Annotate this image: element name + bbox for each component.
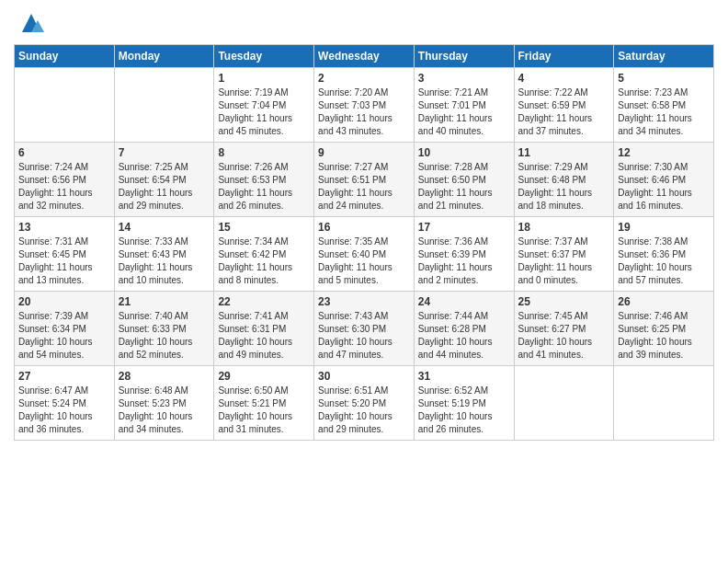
calendar-cell: 8Sunrise: 7:26 AM Sunset: 6:53 PM Daylig… (214, 143, 314, 217)
calendar-cell: 14Sunrise: 7:33 AM Sunset: 6:43 PM Dayli… (114, 217, 214, 292)
cell-info: Sunrise: 7:30 AM Sunset: 6:46 PM Dayligh… (618, 161, 710, 213)
cell-info: Sunrise: 7:39 AM Sunset: 6:34 PM Dayligh… (18, 310, 110, 362)
calendar-cell: 13Sunrise: 7:31 AM Sunset: 6:45 PM Dayli… (15, 217, 115, 292)
day-number: 14 (119, 221, 210, 234)
day-number: 1 (218, 72, 310, 85)
calendar-cell: 20Sunrise: 7:39 AM Sunset: 6:34 PM Dayli… (15, 292, 115, 366)
calendar-cell: 23Sunrise: 7:43 AM Sunset: 6:30 PM Dayli… (314, 292, 415, 366)
calendar-cell: 17Sunrise: 7:36 AM Sunset: 6:39 PM Dayli… (414, 217, 514, 292)
day-header-thursday: Thursday (414, 45, 514, 68)
day-number: 16 (318, 221, 410, 234)
calendar-cell: 15Sunrise: 7:34 AM Sunset: 6:42 PM Dayli… (214, 217, 314, 292)
day-header-wednesday: Wednesday (314, 45, 415, 68)
day-number: 12 (618, 146, 710, 159)
day-number: 10 (418, 146, 510, 159)
cell-info: Sunrise: 7:37 AM Sunset: 6:37 PM Dayligh… (518, 236, 610, 287)
calendar-cell: 7Sunrise: 7:25 AM Sunset: 6:54 PM Daylig… (114, 143, 214, 217)
calendar-cell: 16Sunrise: 7:35 AM Sunset: 6:40 PM Dayli… (314, 217, 415, 292)
calendar-cell: 18Sunrise: 7:37 AM Sunset: 6:37 PM Dayli… (514, 217, 614, 292)
day-number: 17 (418, 221, 510, 234)
day-header-friday: Friday (514, 45, 614, 68)
day-number: 25 (518, 295, 610, 308)
cell-info: Sunrise: 6:48 AM Sunset: 5:23 PM Dayligh… (119, 385, 210, 436)
calendar-table: SundayMondayTuesdayWednesdayThursdayFrid… (14, 44, 714, 441)
day-number: 23 (318, 295, 410, 308)
cell-info: Sunrise: 7:26 AM Sunset: 6:53 PM Dayligh… (218, 161, 310, 213)
day-number: 29 (218, 370, 310, 383)
calendar-cell: 19Sunrise: 7:38 AM Sunset: 6:36 PM Dayli… (614, 217, 714, 292)
calendar-cell: 31Sunrise: 6:52 AM Sunset: 5:19 PM Dayli… (414, 366, 514, 441)
day-number: 6 (18, 146, 110, 159)
week-row-0: 1Sunrise: 7:19 AM Sunset: 7:04 PM Daylig… (15, 68, 714, 143)
cell-info: Sunrise: 7:24 AM Sunset: 6:56 PM Dayligh… (18, 161, 110, 213)
day-number: 22 (218, 295, 310, 308)
day-number: 5 (618, 72, 710, 85)
cell-info: Sunrise: 6:52 AM Sunset: 5:19 PM Dayligh… (418, 385, 510, 436)
day-headers-row: SundayMondayTuesdayWednesdayThursdayFrid… (15, 45, 714, 68)
logo-icon (17, 9, 45, 37)
calendar-cell: 24Sunrise: 7:44 AM Sunset: 6:28 PM Dayli… (414, 292, 514, 366)
cell-info: Sunrise: 7:23 AM Sunset: 6:58 PM Dayligh… (618, 86, 710, 138)
cell-info: Sunrise: 7:33 AM Sunset: 6:43 PM Dayligh… (119, 236, 210, 287)
cell-info: Sunrise: 6:47 AM Sunset: 5:24 PM Dayligh… (18, 385, 110, 436)
calendar-cell: 2Sunrise: 7:20 AM Sunset: 7:03 PM Daylig… (314, 68, 415, 143)
day-number: 13 (18, 221, 110, 234)
day-number: 31 (418, 370, 510, 383)
cell-info: Sunrise: 7:21 AM Sunset: 7:01 PM Dayligh… (418, 86, 510, 138)
calendar-cell: 30Sunrise: 6:51 AM Sunset: 5:20 PM Dayli… (314, 366, 415, 441)
day-header-monday: Monday (114, 45, 214, 68)
calendar-cell: 9Sunrise: 7:27 AM Sunset: 6:51 PM Daylig… (314, 143, 415, 217)
cell-info: Sunrise: 7:36 AM Sunset: 6:39 PM Dayligh… (418, 236, 510, 287)
calendar-cell: 29Sunrise: 6:50 AM Sunset: 5:21 PM Dayli… (214, 366, 314, 441)
day-number: 18 (518, 221, 610, 234)
calendar-cell: 26Sunrise: 7:46 AM Sunset: 6:25 PM Dayli… (614, 292, 714, 366)
calendar-cell (614, 366, 714, 441)
cell-info: Sunrise: 6:50 AM Sunset: 5:21 PM Dayligh… (218, 385, 310, 436)
week-row-1: 6Sunrise: 7:24 AM Sunset: 6:56 PM Daylig… (15, 143, 714, 217)
cell-info: Sunrise: 7:20 AM Sunset: 7:03 PM Dayligh… (318, 86, 410, 138)
cell-info: Sunrise: 7:22 AM Sunset: 6:59 PM Dayligh… (518, 86, 610, 138)
day-header-tuesday: Tuesday (214, 45, 314, 68)
cell-info: Sunrise: 7:27 AM Sunset: 6:51 PM Dayligh… (318, 161, 410, 213)
day-header-sunday: Sunday (15, 45, 115, 68)
cell-info: Sunrise: 7:44 AM Sunset: 6:28 PM Dayligh… (418, 310, 510, 362)
calendar-cell: 6Sunrise: 7:24 AM Sunset: 6:56 PM Daylig… (15, 143, 115, 217)
week-row-2: 13Sunrise: 7:31 AM Sunset: 6:45 PM Dayli… (15, 217, 714, 292)
header (14, 9, 714, 37)
day-header-saturday: Saturday (614, 45, 714, 68)
calendar-cell: 27Sunrise: 6:47 AM Sunset: 5:24 PM Dayli… (15, 366, 115, 441)
calendar-cell: 22Sunrise: 7:41 AM Sunset: 6:31 PM Dayli… (214, 292, 314, 366)
cell-info: Sunrise: 7:46 AM Sunset: 6:25 PM Dayligh… (618, 310, 710, 362)
calendar-cell: 25Sunrise: 7:45 AM Sunset: 6:27 PM Dayli… (514, 292, 614, 366)
calendar-cell: 21Sunrise: 7:40 AM Sunset: 6:33 PM Dayli… (114, 292, 214, 366)
cell-info: Sunrise: 7:43 AM Sunset: 6:30 PM Dayligh… (318, 310, 410, 362)
cell-info: Sunrise: 7:45 AM Sunset: 6:27 PM Dayligh… (518, 310, 610, 362)
cell-info: Sunrise: 7:31 AM Sunset: 6:45 PM Dayligh… (18, 236, 110, 287)
cell-info: Sunrise: 7:41 AM Sunset: 6:31 PM Dayligh… (218, 310, 310, 362)
day-number: 11 (518, 146, 610, 159)
calendar-cell (15, 68, 115, 143)
cell-info: Sunrise: 6:51 AM Sunset: 5:20 PM Dayligh… (318, 385, 410, 436)
day-number: 4 (518, 72, 610, 85)
cell-info: Sunrise: 7:35 AM Sunset: 6:40 PM Dayligh… (318, 236, 410, 287)
calendar-cell: 3Sunrise: 7:21 AM Sunset: 7:01 PM Daylig… (414, 68, 514, 143)
day-number: 8 (218, 146, 310, 159)
day-number: 19 (618, 221, 710, 234)
calendar-cell: 12Sunrise: 7:30 AM Sunset: 6:46 PM Dayli… (614, 143, 714, 217)
day-number: 20 (18, 295, 110, 308)
cell-info: Sunrise: 7:29 AM Sunset: 6:48 PM Dayligh… (518, 161, 610, 213)
calendar-cell: 10Sunrise: 7:28 AM Sunset: 6:50 PM Dayli… (414, 143, 514, 217)
calendar-cell: 1Sunrise: 7:19 AM Sunset: 7:04 PM Daylig… (214, 68, 314, 143)
cell-info: Sunrise: 7:25 AM Sunset: 6:54 PM Dayligh… (119, 161, 210, 213)
week-row-3: 20Sunrise: 7:39 AM Sunset: 6:34 PM Dayli… (15, 292, 714, 366)
day-number: 30 (318, 370, 410, 383)
day-number: 3 (418, 72, 510, 85)
day-number: 27 (18, 370, 110, 383)
cell-info: Sunrise: 7:38 AM Sunset: 6:36 PM Dayligh… (618, 236, 710, 287)
day-number: 21 (119, 295, 210, 308)
cell-info: Sunrise: 7:28 AM Sunset: 6:50 PM Dayligh… (418, 161, 510, 213)
cell-info: Sunrise: 7:40 AM Sunset: 6:33 PM Dayligh… (119, 310, 210, 362)
day-number: 15 (218, 221, 310, 234)
day-number: 24 (418, 295, 510, 308)
day-number: 7 (119, 146, 210, 159)
